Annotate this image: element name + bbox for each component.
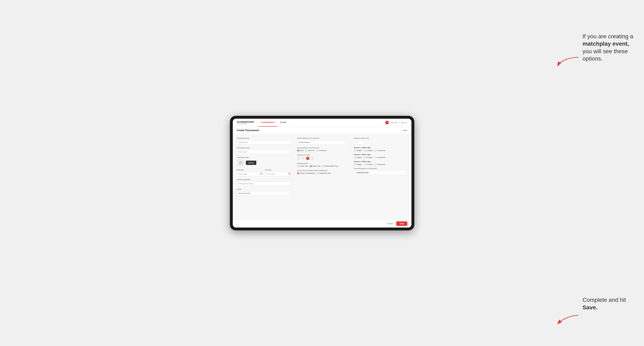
round-4[interactable]: 4 [311, 157, 314, 160]
teams-individuals-only-radio[interactable] [316, 172, 318, 174]
nav-teams[interactable]: TEAMS [278, 119, 289, 127]
scoring-stroke-label: Stroke Play [300, 165, 308, 167]
r2-fourball-label: Fourball [366, 157, 372, 158]
scoring-medal-radio[interactable] [322, 165, 324, 167]
teams-individuals-only-label: Individuals Only [319, 172, 330, 174]
annotation-bottom-1: Complete and hit [582, 297, 626, 303]
nav-tournaments[interactable]: TOURNAMENTS [258, 119, 278, 127]
logo-sub: Powered by clippit [237, 123, 254, 124]
navbar: SCOREBOARD Powered by clippit TOURNAMENT… [233, 119, 412, 127]
scoring-stroke-radio[interactable] [297, 165, 299, 167]
r1-fourball[interactable]: Fourball [364, 150, 372, 152]
sponsor-group: Sponsor (optional) [237, 179, 292, 186]
back-button[interactable]: Back [402, 129, 407, 131]
arrow-matchplay [556, 55, 580, 67]
teams-individuals-only[interactable]: Individuals Only [316, 172, 330, 174]
calendar-icon: 📅 [260, 173, 262, 175]
gender-womens[interactable]: Womens [305, 150, 314, 152]
sign-out-link[interactable]: Sign out [401, 122, 407, 124]
scoring-match-radio[interactable] [310, 165, 312, 167]
end-date-input[interactable] [265, 172, 292, 176]
r2-foursomes-radio[interactable] [374, 157, 376, 159]
save-button[interactable]: Save [396, 221, 407, 226]
gender-group: Which gender is the event for? Mens Wome… [297, 147, 347, 152]
r2-foursomes-label: Foursomes [377, 157, 386, 158]
rounds-group: Number of rounds 1 2 3 4 [297, 154, 347, 160]
page-content: Create Tournament Back Tournament Host T… [233, 127, 412, 219]
round2-match-type-label: Round 2 - Match Type [354, 154, 407, 156]
tournament-name-label: Tournament name [237, 147, 292, 149]
annotation-save: Complete and hit Save. [582, 296, 636, 311]
gender-mens-radio[interactable] [297, 150, 299, 152]
gender-womens-radio[interactable] [305, 150, 307, 152]
r3-fourball-radio[interactable] [364, 164, 366, 166]
tablet-screen: SCOREBOARD Powered by clippit TOURNAMENT… [233, 119, 412, 227]
annotation-bottom-bold: Save. [582, 304, 598, 311]
scoring-radio-group: Stroke Play Match Play Medal Match Play [297, 165, 347, 167]
r3-singles[interactable]: Singles [354, 164, 362, 166]
sponsor-input[interactable] [237, 181, 292, 186]
scoring-stroke[interactable]: Stroke Play [297, 165, 308, 167]
r1-singles-radio[interactable] [354, 150, 356, 152]
venue-select[interactable]: Search golf club [237, 191, 292, 195]
scoring-medal-label: Medal Match Play [325, 165, 338, 167]
r1-singles-label: Singles [356, 150, 362, 152]
r2-fourball[interactable]: Fourball [364, 157, 372, 159]
r1-fourball-radio[interactable] [364, 150, 366, 152]
round3-match-type: Round 3 - Match Type Singles Fourball [354, 161, 407, 166]
r3-singles-radio[interactable] [354, 164, 356, 166]
r1-foursomes[interactable]: Foursomes [374, 150, 386, 152]
venue-group: Venue Search golf club [237, 188, 292, 195]
r3-fourball-label: Fourball [366, 164, 372, 165]
r3-foursomes[interactable]: Foursomes [374, 164, 386, 166]
tournament-logo-group: Tournament logo Upload [237, 157, 292, 167]
division-select-wrapper: NCAA Division I [297, 140, 347, 145]
create-header: Create Tournament Back [233, 127, 412, 134]
teams-with-individuals-radio[interactable] [297, 172, 299, 174]
division-group: Which division is the event for? NCAA Di… [297, 137, 347, 145]
round1-match-type-label: Round 1 - Match Type [354, 147, 407, 149]
r2-singles[interactable]: Singles [354, 157, 362, 159]
scoring-match[interactable]: Match Play [310, 165, 321, 167]
third-party-select[interactable]: Leaderboard King × ▾ [354, 170, 407, 175]
end-date-wrapper: 📅 [265, 172, 292, 176]
r1-foursomes-radio[interactable] [374, 150, 376, 152]
tournament-host-input[interactable] [237, 140, 292, 145]
form-col-1: Tournament Host Tournament name Tourname… [237, 137, 294, 198]
division-select[interactable]: NCAA Division I [297, 140, 347, 145]
r3-foursomes-radio[interactable] [374, 164, 376, 166]
teams-with-individuals[interactable]: Teams (+Individuals) [297, 172, 315, 174]
user-name: Test User [390, 122, 398, 124]
annotation-text-1: If you are creating a [582, 33, 633, 39]
r2-fourball-radio[interactable] [364, 157, 366, 159]
form-footer: Cancel Save [233, 219, 412, 227]
gender-mens[interactable]: Mens [297, 150, 304, 152]
r1-singles[interactable]: Singles [354, 150, 362, 152]
tag-close-icon[interactable]: × [368, 172, 370, 173]
round2-match-type: Round 2 - Match Type Singles Fourball [354, 154, 407, 159]
gender-combined[interactable]: Combined [316, 150, 326, 152]
round-1[interactable]: 1 [297, 157, 300, 160]
cancel-button[interactable]: Cancel [385, 221, 395, 226]
upload-button[interactable]: Upload [246, 161, 256, 165]
scoring-medal[interactable]: Medal Match Play [322, 165, 338, 167]
max-team-size-input[interactable] [354, 140, 364, 144]
third-party-tag: Leaderboard King × [356, 172, 370, 174]
r2-singles-radio[interactable] [354, 157, 356, 159]
round-2[interactable]: 2 [302, 157, 305, 160]
start-date-input[interactable] [237, 172, 264, 176]
gender-label: Which gender is the event for? [297, 147, 347, 149]
tournament-name-input[interactable] [237, 150, 292, 154]
third-party-value: Leaderboard King [356, 172, 368, 173]
start-date-group: Start date 📅 [237, 169, 264, 176]
r3-fourball[interactable]: Fourball [364, 164, 372, 166]
r3-foursomes-label: Foursomes [377, 164, 386, 165]
division-label: Which division is the event for? [297, 137, 347, 139]
r2-singles-label: Singles [356, 157, 362, 158]
form-col-3: Maximum Team Size Round 1 - Match Type S… [350, 137, 407, 198]
annotation-matchplay: If you are creating a matchplay event, y… [582, 33, 636, 63]
start-date-wrapper: 📅 [237, 172, 264, 176]
round-3[interactable]: 3 [306, 157, 310, 160]
gender-combined-radio[interactable] [316, 150, 318, 152]
r2-foursomes[interactable]: Foursomes [374, 157, 386, 159]
